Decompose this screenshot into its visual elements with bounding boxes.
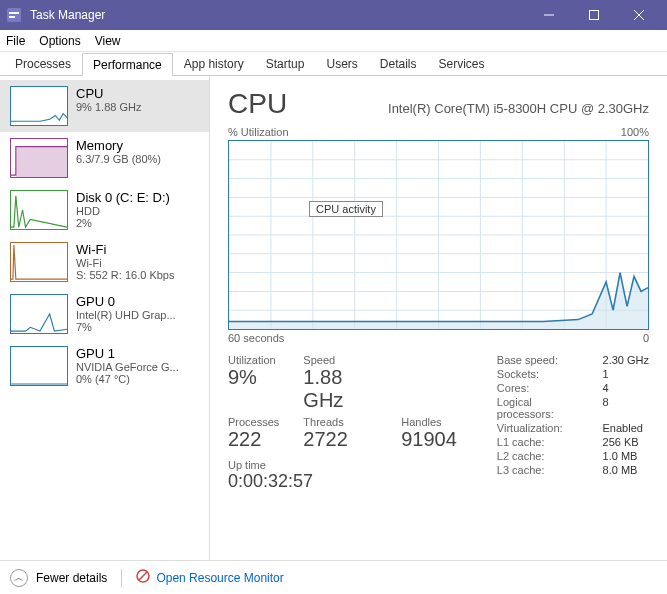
fewer-details-link[interactable]: Fewer details	[36, 571, 107, 585]
gpu1-thumb-icon	[10, 346, 68, 386]
virt-label: Virtualization:	[497, 422, 585, 434]
threads-label: Threads	[303, 416, 377, 428]
open-resource-monitor-link[interactable]: Open Resource Monitor	[136, 569, 283, 586]
logical-value: 8	[603, 396, 649, 420]
chart-label-br: 0	[643, 332, 649, 344]
sockets-value: 1	[603, 368, 649, 380]
chevron-up-icon[interactable]: ︿	[10, 569, 28, 587]
svg-rect-1	[9, 12, 19, 14]
speed-label: Speed	[303, 354, 377, 366]
svg-line-28	[139, 572, 147, 580]
processes-value: 222	[228, 428, 279, 451]
tab-startup[interactable]: Startup	[255, 52, 316, 75]
sidebar: CPU 9% 1.88 GHz Memory 6.3/7.9 GB (80%) …	[0, 76, 210, 560]
sidebar-disk-title: Disk 0 (C: E: D:)	[76, 190, 199, 205]
menu-options[interactable]: Options	[39, 34, 80, 48]
uptime-value: 0:00:32:57	[228, 471, 457, 492]
l1-label: L1 cache:	[497, 436, 585, 448]
app-icon	[6, 7, 22, 23]
sidebar-disk-sub: HDD	[76, 205, 199, 217]
close-button[interactable]	[616, 0, 661, 30]
svg-marker-7	[16, 147, 67, 177]
handles-value: 91904	[401, 428, 457, 451]
sidebar-gpu1-sub2: 0% (47 °C)	[76, 373, 199, 385]
cores-value: 4	[603, 382, 649, 394]
sidebar-item-gpu1[interactable]: GPU 1 NVIDIA GeForce G... 0% (47 °C)	[0, 340, 209, 392]
sidebar-cpu-sub: 9% 1.88 GHz	[76, 101, 199, 113]
maximize-button[interactable]	[571, 0, 616, 30]
utilization-value: 9%	[228, 366, 279, 389]
sidebar-memory-title: Memory	[76, 138, 199, 153]
utilization-label: Utilization	[228, 354, 279, 366]
footer: ︿ Fewer details Open Resource Monitor	[0, 560, 667, 594]
base-speed-value: 2.30 GHz	[603, 354, 649, 366]
sidebar-gpu1-title: GPU 1	[76, 346, 199, 361]
tab-services[interactable]: Services	[428, 52, 496, 75]
menu-view[interactable]: View	[95, 34, 121, 48]
detail-title: CPU	[228, 88, 287, 120]
sidebar-gpu1-sub: NVIDIA GeForce G...	[76, 361, 199, 373]
content: CPU 9% 1.88 GHz Memory 6.3/7.9 GB (80%) …	[0, 76, 667, 560]
sidebar-cpu-title: CPU	[76, 86, 199, 101]
logical-label: Logical processors:	[497, 396, 585, 420]
uptime-label: Up time	[228, 459, 457, 471]
chart-tooltip: CPU activity	[309, 201, 383, 217]
chart-label-tr: 100%	[621, 126, 649, 138]
l2-label: L2 cache:	[497, 450, 585, 462]
sidebar-item-gpu0[interactable]: GPU 0 Intel(R) UHD Grap... 7%	[0, 288, 209, 340]
sidebar-gpu0-sub: Intel(R) UHD Grap...	[76, 309, 199, 321]
tab-performance[interactable]: Performance	[82, 53, 173, 76]
sidebar-disk-sub2: 2%	[76, 217, 199, 229]
l2-value: 1.0 MB	[603, 450, 649, 462]
svg-rect-4	[589, 11, 598, 20]
handles-label: Handles	[401, 416, 457, 428]
sidebar-memory-sub: 6.3/7.9 GB (80%)	[76, 153, 199, 165]
sidebar-gpu0-title: GPU 0	[76, 294, 199, 309]
l3-value: 8.0 MB	[603, 464, 649, 476]
detail-panel: CPU Intel(R) Core(TM) i5-8300H CPU @ 2.3…	[210, 76, 667, 560]
sidebar-wifi-sub: Wi-Fi	[76, 257, 199, 269]
chart-label-bl: 60 seconds	[228, 332, 284, 344]
titlebar: Task Manager	[0, 0, 667, 30]
separator	[121, 569, 122, 587]
threads-value: 2722	[303, 428, 377, 451]
cpu-thumb-icon	[10, 86, 68, 126]
base-speed-label: Base speed:	[497, 354, 585, 366]
menu-file[interactable]: File	[6, 34, 25, 48]
tab-processes[interactable]: Processes	[4, 52, 82, 75]
cores-label: Cores:	[497, 382, 585, 394]
cpu-chart[interactable]: CPU activity	[228, 140, 649, 330]
minimize-button[interactable]	[526, 0, 571, 30]
processes-label: Processes	[228, 416, 279, 428]
wifi-thumb-icon	[10, 242, 68, 282]
disk-thumb-icon	[10, 190, 68, 230]
resmon-label: Open Resource Monitor	[156, 571, 283, 585]
sidebar-wifi-sub2: S: 552 R: 16.0 Kbps	[76, 269, 199, 281]
tab-details[interactable]: Details	[369, 52, 428, 75]
tab-apphistory[interactable]: App history	[173, 52, 255, 75]
detail-subtitle: Intel(R) Core(TM) i5-8300H CPU @ 2.30GHz	[388, 101, 649, 116]
window-title: Task Manager	[30, 8, 526, 22]
gpu0-thumb-icon	[10, 294, 68, 334]
svg-rect-2	[9, 16, 15, 18]
sidebar-item-memory[interactable]: Memory 6.3/7.9 GB (80%)	[0, 132, 209, 184]
svg-rect-0	[7, 8, 21, 22]
virt-value: Enabled	[603, 422, 649, 434]
resmon-icon	[136, 569, 150, 586]
tabbar: Processes Performance App history Startu…	[0, 52, 667, 76]
sidebar-item-wifi[interactable]: Wi-Fi Wi-Fi S: 552 R: 16.0 Kbps	[0, 236, 209, 288]
l1-value: 256 KB	[603, 436, 649, 448]
sidebar-item-cpu[interactable]: CPU 9% 1.88 GHz	[0, 80, 209, 132]
l3-label: L3 cache:	[497, 464, 585, 476]
stats: Utilization9% Speed1.88 GHz Processes222…	[228, 354, 649, 492]
chart-label-tl: % Utilization	[228, 126, 289, 138]
sidebar-gpu0-sub2: 7%	[76, 321, 199, 333]
sidebar-item-disk[interactable]: Disk 0 (C: E: D:) HDD 2%	[0, 184, 209, 236]
sockets-label: Sockets:	[497, 368, 585, 380]
memory-thumb-icon	[10, 138, 68, 178]
speed-value: 1.88 GHz	[303, 366, 377, 412]
menubar: File Options View	[0, 30, 667, 52]
sidebar-wifi-title: Wi-Fi	[76, 242, 199, 257]
tab-users[interactable]: Users	[315, 52, 368, 75]
